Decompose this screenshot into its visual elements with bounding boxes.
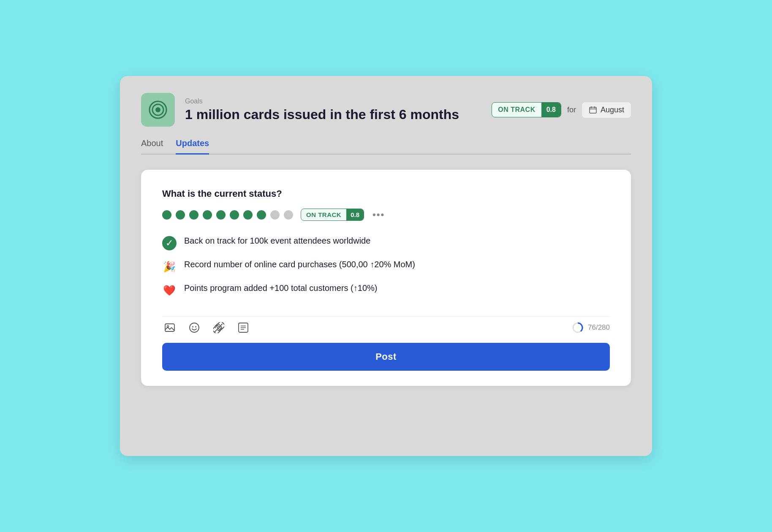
char-count-label: 76/280 <box>588 323 610 332</box>
tabs-row: About Updates <box>141 138 631 155</box>
inline-on-track-score: 0.8 <box>346 209 364 220</box>
svg-point-10 <box>192 326 193 328</box>
update-text-1: Back on track for 100k event attendees w… <box>184 236 370 246</box>
link-button[interactable] <box>211 320 226 335</box>
on-track-text: ON TRACK <box>492 103 541 117</box>
char-count-area: 76/280 <box>572 322 610 334</box>
check-icon: ✓ <box>162 236 177 250</box>
header-row: Goals 1 million cards issued in the firs… <box>141 93 631 127</box>
tab-updates[interactable]: Updates <box>176 138 209 155</box>
goal-icon <box>141 93 175 127</box>
update-items-list: ✓ Back on track for 100k event attendees… <box>162 236 610 298</box>
heart-icon: ❤️ <box>162 283 177 298</box>
tab-about[interactable]: About <box>141 138 163 155</box>
list-item: ✓ Back on track for 100k event attendees… <box>162 236 610 250</box>
svg-rect-3 <box>590 107 596 113</box>
content-card: What is the current status? ON TRACK 0.8… <box>141 170 631 386</box>
status-question: What is the current status? <box>162 188 610 199</box>
for-label: for <box>567 106 576 114</box>
header-right: ON TRACK 0.8 for August <box>492 102 631 118</box>
main-card: Goals 1 million cards issued in the firs… <box>120 76 652 456</box>
image-upload-button[interactable] <box>162 320 177 335</box>
goals-label: Goals <box>185 98 459 105</box>
emoji-icon <box>189 322 200 333</box>
update-text-3: Points program added +100 total customer… <box>184 283 377 293</box>
dot-2 <box>176 210 185 220</box>
toolbar-icons <box>162 320 251 335</box>
month-badge[interactable]: August <box>582 102 631 118</box>
list-item: ❤️ Points program added +100 total custo… <box>162 283 610 298</box>
svg-point-2 <box>155 107 160 112</box>
char-count-circle <box>572 322 584 334</box>
header-left: Goals 1 million cards issued in the firs… <box>141 93 459 127</box>
svg-point-9 <box>190 323 199 332</box>
dot-3 <box>189 210 198 220</box>
goal-text-block: Goals 1 million cards issued in the firs… <box>185 98 459 122</box>
more-options-button[interactable]: ••• <box>372 209 385 220</box>
month-label: August <box>601 106 624 114</box>
dot-6 <box>230 210 239 220</box>
dot-1 <box>162 210 171 220</box>
on-track-badge: ON TRACK 0.8 <box>492 102 561 117</box>
dot-4 <box>203 210 212 220</box>
svg-point-11 <box>195 326 196 328</box>
dot-9 <box>270 210 280 220</box>
goal-title: 1 million cards issued in the first 6 mo… <box>185 107 459 122</box>
svg-rect-7 <box>165 324 174 331</box>
post-button[interactable]: Post <box>162 343 610 371</box>
emoji-button[interactable] <box>187 320 202 335</box>
toolbar-row: 76/280 <box>162 316 610 335</box>
dots-row: ON TRACK 0.8 ••• <box>162 209 610 221</box>
inline-on-track-badge: ON TRACK 0.8 <box>301 209 364 221</box>
dot-5 <box>216 210 226 220</box>
dot-8 <box>257 210 266 220</box>
dot-7 <box>243 210 253 220</box>
update-text-2: Record number of online card purchases (… <box>184 260 415 269</box>
link-icon <box>213 322 224 333</box>
list-icon <box>238 322 249 333</box>
image-icon <box>164 322 175 333</box>
dot-10 <box>284 210 293 220</box>
inline-on-track-text: ON TRACK <box>301 209 346 220</box>
list-button[interactable] <box>236 320 251 335</box>
calendar-icon <box>589 106 597 114</box>
list-item: 🎉 Record number of online card purchases… <box>162 260 610 274</box>
party-icon: 🎉 <box>162 260 177 274</box>
on-track-score: 0.8 <box>541 103 561 117</box>
